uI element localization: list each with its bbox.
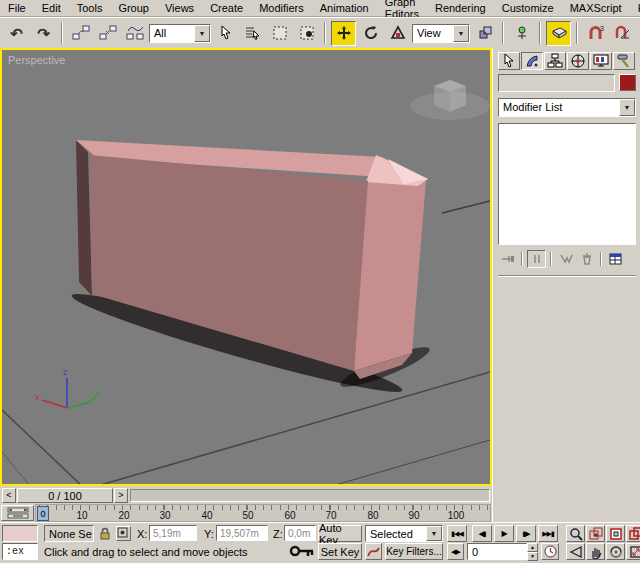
menu-item-group[interactable]: Group: [110, 1, 157, 15]
selection-filter-dropdown[interactable]: All ▼: [149, 24, 211, 43]
time-slider-next-icon[interactable]: >: [114, 488, 128, 503]
menu-item-views[interactable]: Views: [157, 1, 202, 15]
field-of-view-icon[interactable]: [566, 543, 585, 560]
chevron-down-icon[interactable]: ▼: [619, 99, 635, 116]
menu-item-file[interactable]: File: [0, 1, 34, 15]
time-slider-track[interactable]: [130, 489, 490, 502]
menu-item-rendering[interactable]: Rendering: [427, 1, 494, 15]
menu-item-modifiers[interactable]: Modifiers: [251, 1, 312, 15]
set-key-button[interactable]: Set Key: [318, 543, 362, 560]
track-bar: 10 20 30 40 50 60 70 80 90 100 0: [0, 504, 492, 522]
select-and-scale-icon[interactable]: [385, 21, 410, 46]
prompt-line: Click and drag to select and move object…: [44, 545, 314, 561]
menu-item-animation[interactable]: Animation: [312, 1, 377, 15]
tab-hierarchy-icon[interactable]: [544, 52, 566, 70]
coord-z-field[interactable]: 0,0m: [284, 525, 316, 541]
ruler-label-20: 20: [112, 510, 136, 521]
menu-item-help[interactable]: Help: [630, 1, 640, 15]
key-mode-dropdown[interactable]: Selected ▼: [365, 525, 443, 542]
default-tangent-icon[interactable]: [365, 543, 382, 560]
object-name-field[interactable]: [498, 74, 615, 92]
zoom-extents-icon[interactable]: [606, 525, 625, 542]
tab-motion-icon[interactable]: [567, 52, 589, 70]
select-and-manipulate-icon[interactable]: [509, 21, 534, 46]
maxscript-mini-listener[interactable]: :ex: [2, 543, 38, 560]
arc-rotate-icon[interactable]: [606, 543, 625, 560]
modifier-list-dropdown[interactable]: Modifier List ▼: [498, 98, 636, 117]
use-pivot-point-center-icon[interactable]: [472, 21, 497, 46]
chevron-down-icon[interactable]: ▼: [453, 25, 469, 42]
ruler-label-30: 30: [153, 510, 177, 521]
make-unique-icon[interactable]: [556, 250, 575, 268]
track-bar-ruler[interactable]: 10 20 30 40 50 60 70 80 90 100 0: [35, 504, 491, 522]
absolute-mode-icon[interactable]: [116, 526, 131, 541]
macro-recorder-pane[interactable]: [2, 525, 38, 542]
go-to-start-icon[interactable]: ▮◀◀: [447, 525, 467, 542]
time-slider-prev-icon[interactable]: <: [2, 488, 16, 503]
key-mode-toggle-icon[interactable]: ◀▶: [447, 543, 464, 560]
redo-icon[interactable]: ↷: [31, 21, 56, 46]
menu-item-tools[interactable]: Tools: [69, 1, 111, 15]
chevron-down-icon[interactable]: ▼: [194, 25, 210, 42]
previous-frame-icon[interactable]: ◀▮: [472, 525, 492, 542]
menu-item-edit[interactable]: Edit: [34, 1, 69, 15]
play-button-icon[interactable]: ▶: [494, 525, 514, 542]
ruler-label-50: 50: [236, 510, 260, 521]
next-frame-icon[interactable]: ▮▶: [516, 525, 536, 542]
world-axis-tripod: x z: [35, 367, 99, 408]
time-configuration-icon[interactable]: [541, 543, 559, 560]
menu-item-customize[interactable]: Customize: [494, 1, 562, 15]
selection-filter-value: All: [150, 25, 194, 42]
tab-display-icon[interactable]: [590, 52, 612, 70]
rectangular-selection-icon[interactable]: [267, 21, 292, 46]
go-to-end-icon[interactable]: ▶▶▮: [538, 525, 558, 542]
select-by-name-icon[interactable]: [240, 21, 265, 46]
snaps-toggle-3d-icon[interactable]: 3: [583, 21, 608, 46]
key-mode-value: Selected: [366, 526, 426, 541]
mini-curve-editor-icon[interactable]: [1, 505, 34, 521]
coord-y-field[interactable]: 19,507m: [216, 525, 268, 541]
chevron-down-icon[interactable]: ▼: [426, 526, 442, 541]
frame-spinner[interactable]: ▲ ▼: [527, 543, 538, 560]
keyboard-shortcut-override-icon[interactable]: [546, 21, 571, 46]
status-bar: :ex None Se X: 5,19m Y: 19,507m Z: 0,0m …: [0, 522, 640, 563]
object-color-swatch[interactable]: [619, 74, 636, 91]
modifier-stack-list[interactable]: [498, 123, 636, 245]
tab-utilities-icon[interactable]: [613, 52, 635, 70]
window-crossing-icon[interactable]: [294, 21, 319, 46]
zoom-icon[interactable]: [566, 525, 585, 542]
selection-lock-icon[interactable]: [98, 527, 112, 543]
configure-modifier-sets-icon[interactable]: [606, 250, 625, 268]
select-and-move-icon[interactable]: [331, 21, 356, 46]
coord-x-field[interactable]: 5,19m: [149, 525, 197, 541]
key-filters-button[interactable]: Key Filters...: [385, 543, 443, 560]
menu-item-maxscript[interactable]: MAXScript: [562, 1, 630, 15]
toolbar-separator: [324, 22, 326, 44]
remove-modifier-icon[interactable]: [577, 250, 596, 268]
menu-item-create[interactable]: Create: [202, 1, 251, 15]
frame-number-field[interactable]: 0: [467, 543, 527, 560]
angle-snap-toggle-icon[interactable]: [610, 21, 635, 46]
coord-system-dropdown[interactable]: View ▼: [412, 24, 470, 43]
viewport-label[interactable]: Perspective: [8, 54, 65, 66]
show-end-result-icon[interactable]: [527, 250, 546, 268]
auto-key-button[interactable]: Auto Key: [318, 525, 362, 542]
tab-modify-icon[interactable]: [521, 52, 543, 70]
zoom-extents-all-icon[interactable]: [626, 525, 640, 542]
pan-hand-icon[interactable]: [586, 543, 605, 560]
select-object-icon[interactable]: [213, 21, 238, 46]
maximize-viewport-icon[interactable]: [626, 543, 640, 560]
undo-icon[interactable]: ↶: [4, 21, 29, 46]
time-slider-handle[interactable]: 0 / 100: [17, 488, 113, 503]
current-frame-marker[interactable]: 0: [37, 506, 49, 521]
perspective-viewport[interactable]: x z Perspective: [0, 48, 492, 486]
zoom-all-icon[interactable]: [586, 525, 605, 542]
select-and-rotate-icon[interactable]: [358, 21, 383, 46]
bind-to-space-warp-icon[interactable]: [122, 21, 147, 46]
unlink-selection-icon[interactable]: [95, 21, 120, 46]
panel-divider: [498, 275, 636, 277]
select-and-link-icon[interactable]: [68, 21, 93, 46]
tab-create-icon[interactable]: [498, 52, 520, 70]
coord-z-label: Z:: [273, 528, 283, 540]
pin-stack-icon[interactable]: [498, 250, 517, 268]
